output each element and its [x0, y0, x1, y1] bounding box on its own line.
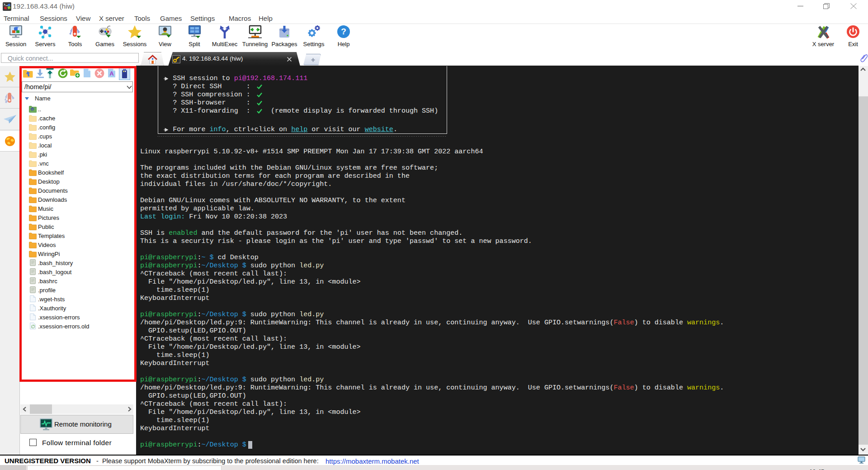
svg-text:?: ?	[341, 27, 346, 36]
